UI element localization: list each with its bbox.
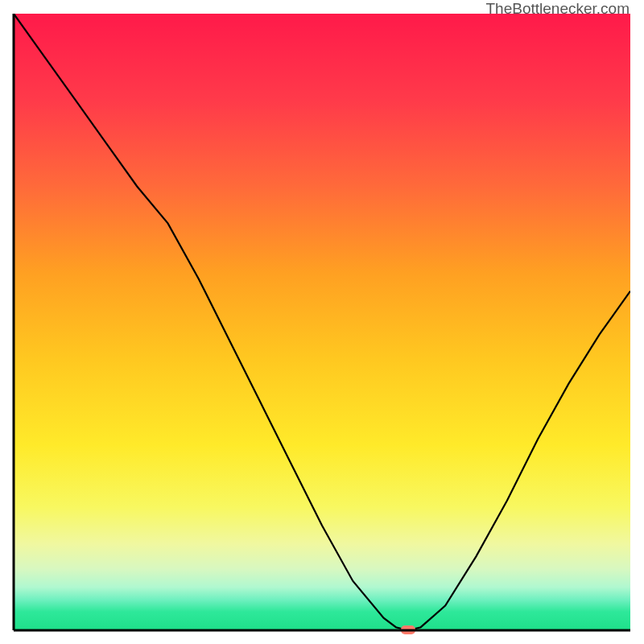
chart-container: TheBottlenecker.com bbox=[0, 0, 644, 644]
axes bbox=[0, 0, 644, 644]
watermark-text: TheBottlenecker.com bbox=[486, 0, 630, 18]
